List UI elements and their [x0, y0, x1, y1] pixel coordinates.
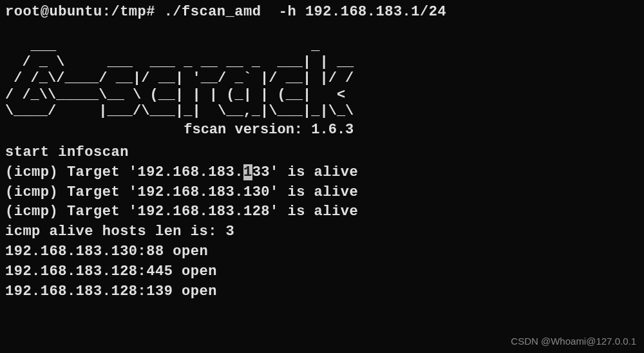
- version-prefix: fscan version:: [5, 122, 311, 138]
- open-port-line: 192.168.183.128:139 open: [5, 282, 639, 302]
- version-number: 1.6.3: [311, 122, 354, 138]
- prompt-cwd: /tmp: [111, 4, 146, 20]
- version-line: fscan version: 1.6.3: [5, 120, 639, 140]
- open-port-line: 192.168.183.130:88 open: [5, 242, 639, 262]
- icmp-result-line: (icmp) Target '192.168.183.130' is alive: [5, 183, 639, 203]
- command-text: ./fscan_amd -h 192.168.183.1/24: [164, 4, 446, 20]
- icmp-result-line: (icmp) Target '192.168.183.128' is alive: [5, 202, 639, 222]
- prompt-host: ubuntu: [50, 4, 102, 20]
- prompt-user: root: [5, 4, 41, 20]
- command-prompt[interactable]: root@ubuntu:/tmp# ./fscan_amd -h 192.168…: [5, 3, 639, 23]
- icmp-result-line: (icmp) Target '192.168.183.133' is alive: [5, 163, 639, 183]
- prompt-symbol: #: [146, 4, 155, 20]
- watermark: CSDN @Whoami@127.0.0.1: [511, 334, 636, 348]
- scan-start-line: start infoscan: [5, 143, 639, 163]
- alive-summary-line: icmp alive hosts len is: 3: [5, 222, 639, 242]
- cursor-highlight: 1: [243, 164, 252, 180]
- open-port-line: 192.168.183.128:445 open: [5, 262, 639, 282]
- ascii-banner: ___ _ / _ \ ___ ___ _ __ __ _ ___| | __ …: [5, 38, 639, 119]
